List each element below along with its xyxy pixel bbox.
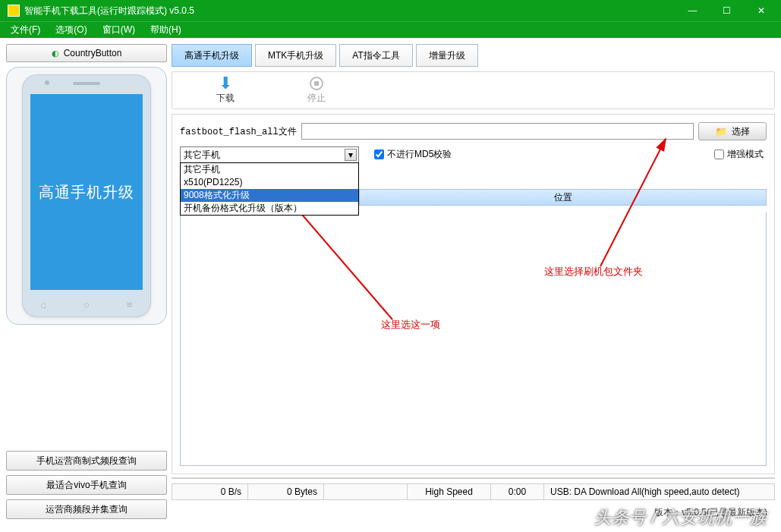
select-file-button[interactable]: 📁 选择 [698,122,767,140]
phone-camera-icon [45,80,49,85]
combo-option[interactable]: 其它手机 [181,163,358,176]
country-button-label: CountryButton [64,48,122,58]
window-title: 智能手机下载工具(运行时跟踪模式) v5.0.5 [24,5,676,17]
download-button[interactable]: ⬇ 下载 [203,77,248,105]
device-combo[interactable]: 其它手机 ▾ [180,146,359,163]
tab-mtk[interactable]: MTK手机升级 [255,44,336,67]
right-pane: 高通手机升级 MTK手机升级 AT指令工具 增量升级 ⬇ 下载 停止 fastb… [172,44,775,519]
status-separator [172,477,775,479]
status-usb: USB: DA Download All(high speed,auto det… [544,484,774,499]
device-combo-popup: 其它手机 x510(PD1225) 9008格式化升级 开机备份格式化升级（版本… [180,162,359,216]
carrier-query-button[interactable]: 手机运营商制式频段查询 [6,451,167,471]
country-button[interactable]: ◐ CountryButton [6,44,167,62]
options-row: 其它手机 ▾ 其它手机 x510(PD1225) 9008格式化升级 开机备份格… [180,146,767,163]
status-highspeed: High Speed [408,484,491,499]
phone-screen-text: 高通手机升级 [30,94,143,290]
combo-option[interactable]: 9008格式化升级 [181,189,358,202]
maximize-button[interactable]: ☐ [710,0,744,21]
enhanced-label: 增强模式 [727,148,764,161]
status-speed: 0 B/s [172,484,248,499]
left-pane: ◐ CountryButton 高通手机升级 ⌂ ○ ≡ 手机运营商制式频段查询… [6,44,167,519]
stop-label: 停止 [307,92,326,105]
back-icon: ⌂ [40,299,46,310]
stop-icon [310,77,323,90]
version-line: 版本：v5.0.5(已是最新版本) [172,505,775,519]
close-button[interactable]: ✕ [744,0,778,21]
status-time: 0:00 [491,484,544,499]
toolbar: ⬇ 下载 停止 [172,71,775,109]
minimize-button[interactable]: — [676,0,710,21]
chevron-down-icon: ▾ [345,149,357,161]
app-icon [8,5,20,17]
menu-help[interactable]: 帮助(H) [143,22,189,38]
select-button-label: 选择 [732,125,750,138]
col-position: 位置 [360,190,766,205]
enhanced-checkbox-input[interactable] [714,150,724,159]
status-bar: 0 B/s 0 Bytes High Speed 0:00 USB: DA Do… [172,483,775,500]
menu-file[interactable]: 文件(F) [3,22,48,38]
phone-speaker-icon [73,82,100,85]
stop-button[interactable]: 停止 [294,77,339,105]
titlebar: 智能手机下载工具(运行时跟踪模式) v5.0.5 — ☐ ✕ [0,0,781,21]
status-empty [324,484,408,499]
md5-checkbox[interactable]: 不进行MD5校验 [374,148,452,161]
vivo-query-button[interactable]: 最适合vivo手机查询 [6,475,167,495]
home-icon: ○ [83,299,90,310]
md5-label: 不进行MD5校验 [387,148,452,161]
phone-preview: 高通手机升级 ⌂ ○ ≡ [6,67,167,325]
combo-value: 其它手机 [184,149,220,162]
menubar: 文件(F) 选项(O) 窗口(W) 帮助(H) [0,21,781,38]
download-label: 下载 [216,92,235,105]
file-path-input[interactable] [301,123,694,140]
menu-window[interactable]: 窗口(W) [95,22,143,38]
tabs: 高通手机升级 MTK手机升级 AT指令工具 增量升级 [172,44,775,67]
download-arrow-icon: ⬇ [219,77,232,90]
globe-icon: ◐ [52,49,59,58]
menu-options[interactable]: 选项(O) [48,22,94,38]
combo-option[interactable]: x510(PD1225) [181,176,358,189]
client-area: ◐ CountryButton 高通手机升级 ⌂ ○ ≡ 手机运营商制式频段查询… [0,38,781,525]
location-table-body[interactable] [180,212,767,466]
file-label: fastboot_flash_all文件 [180,125,297,138]
tab-qualcomm[interactable]: 高通手机升级 [172,44,252,67]
tab-incremental[interactable]: 增量升级 [416,44,478,67]
work-area: fastboot_flash_all文件 📁 选择 其它手机 ▾ 其它手机 x5… [172,114,775,474]
combo-option[interactable]: 开机备份格式化升级（版本） [181,202,358,215]
file-row: fastboot_flash_all文件 📁 选择 [180,122,767,140]
status-bytes: 0 Bytes [248,484,324,499]
enhanced-checkbox[interactable]: 增强模式 [714,148,764,161]
tab-at[interactable]: AT指令工具 [339,44,412,67]
device-combo-wrap: 其它手机 ▾ 其它手机 x510(PD1225) 9008格式化升级 开机备份格… [180,146,359,163]
phone-nav-icons: ⌂ ○ ≡ [22,299,151,310]
folder-icon: 📁 [715,126,727,137]
freq-union-button[interactable]: 运营商频段并集查询 [6,499,167,519]
recents-icon: ≡ [127,299,133,310]
md5-checkbox-input[interactable] [374,150,384,159]
phone-body: 高通手机升级 ⌂ ○ ≡ [22,74,151,317]
